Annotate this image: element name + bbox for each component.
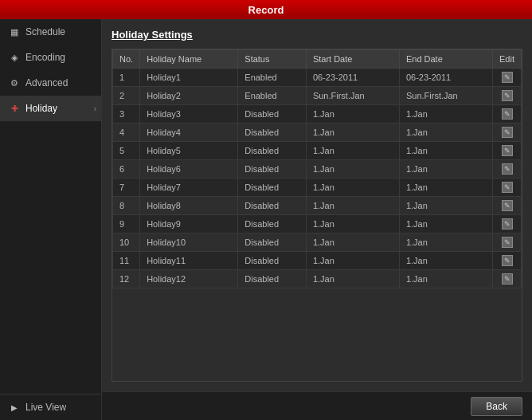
table-row: 9Holiday9Disabled1.Jan1.Jan✎ <box>113 215 522 234</box>
cell-end-date: Sun.First.Jan <box>399 87 492 105</box>
edit-icon[interactable]: ✎ <box>502 145 513 156</box>
cell-edit: ✎ <box>493 270 522 289</box>
cell-name: Holiday9 <box>140 215 238 234</box>
cell-no: 6 <box>113 160 140 179</box>
cell-name: Holiday5 <box>140 142 238 160</box>
cell-no: 12 <box>113 270 140 289</box>
cell-edit: ✎ <box>493 179 522 197</box>
table-row: 11Holiday11Disabled1.Jan1.Jan✎ <box>113 252 522 270</box>
table-row: 7Holiday7Disabled1.Jan1.Jan✎ <box>113 179 522 197</box>
cell-end-date: 1.Jan <box>399 142 492 160</box>
cell-no: 8 <box>113 197 140 215</box>
table-row: 8Holiday8Disabled1.Jan1.Jan✎ <box>113 197 522 215</box>
cell-start-date: 1.Jan <box>306 124 399 142</box>
content-area: Holiday Settings No. Holiday Name Status… <box>102 19 532 391</box>
sidebar-live-view[interactable]: Live View <box>0 394 101 420</box>
table-row: 2Holiday2EnabledSun.First.JanSun.First.J… <box>113 87 522 105</box>
table-body: 1Holiday1Enabled06-23-201106-23-2011✎2Ho… <box>113 69 522 289</box>
live-view-label: Live View <box>25 402 66 413</box>
cell-no: 2 <box>113 87 140 105</box>
cell-status: Disabled <box>238 197 307 215</box>
cell-name: Holiday12 <box>140 270 238 289</box>
cell-end-date: 1.Jan <box>399 179 492 197</box>
table-row: 3Holiday3Disabled1.Jan1.Jan✎ <box>113 105 522 124</box>
cell-name: Holiday10 <box>140 234 238 252</box>
cell-edit: ✎ <box>493 160 522 179</box>
col-end-date: End Date <box>399 50 492 69</box>
cell-no: 11 <box>113 252 140 270</box>
edit-icon[interactable]: ✎ <box>502 237 513 248</box>
table-row: 5Holiday5Disabled1.Jan1.Jan✎ <box>113 142 522 160</box>
col-status: Status <box>238 50 307 69</box>
cell-status: Disabled <box>238 270 307 289</box>
cell-end-date: 1.Jan <box>399 234 492 252</box>
edit-icon[interactable]: ✎ <box>502 108 513 120</box>
cell-edit: ✎ <box>493 124 522 142</box>
page-title: Holiday Settings <box>111 29 522 41</box>
cell-start-date: 1.Jan <box>306 105 399 124</box>
cell-no: 10 <box>113 234 140 252</box>
edit-icon[interactable]: ✎ <box>502 200 513 211</box>
edit-icon[interactable]: ✎ <box>502 255 513 266</box>
sidebar-item-holiday[interactable]: Holiday › <box>0 96 101 121</box>
sidebar-item-advanced[interactable]: Advanced <box>0 70 101 96</box>
cell-start-date: 1.Jan <box>306 252 399 270</box>
cell-status: Disabled <box>238 160 307 179</box>
title-label: Record <box>248 4 284 16</box>
cell-start-date: 1.Jan <box>306 179 399 197</box>
cell-edit: ✎ <box>493 87 522 105</box>
edit-icon[interactable]: ✎ <box>502 218 513 230</box>
cell-name: Holiday1 <box>140 69 238 87</box>
cell-no: 5 <box>113 142 140 160</box>
cell-end-date: 1.Jan <box>399 124 492 142</box>
footer: Back <box>102 391 532 420</box>
col-edit: Edit <box>493 50 522 69</box>
back-button[interactable]: Back <box>471 397 522 416</box>
cell-end-date: 1.Jan <box>399 270 492 289</box>
edit-icon[interactable]: ✎ <box>502 127 513 138</box>
edit-icon[interactable]: ✎ <box>502 273 513 285</box>
holiday-table: No. Holiday Name Status Start Date End D… <box>112 49 522 289</box>
holiday-table-wrapper: No. Holiday Name Status Start Date End D… <box>111 49 522 382</box>
edit-icon[interactable]: ✎ <box>502 90 513 101</box>
sidebar-label-encoding: Encoding <box>25 52 65 63</box>
cell-name: Holiday6 <box>140 160 238 179</box>
sidebar-item-encoding[interactable]: Encoding <box>0 45 101 70</box>
cell-start-date: 06-23-2011 <box>306 69 399 87</box>
schedule-icon <box>8 26 21 38</box>
chevron-right-icon: › <box>94 104 96 113</box>
cell-status: Disabled <box>238 179 307 197</box>
holiday-icon <box>8 102 21 115</box>
cell-no: 1 <box>113 69 140 87</box>
encoding-icon <box>8 51 21 64</box>
edit-icon[interactable]: ✎ <box>502 163 513 175</box>
cell-edit: ✎ <box>493 69 522 87</box>
cell-start-date: 1.Jan <box>306 142 399 160</box>
table-row: 6Holiday6Disabled1.Jan1.Jan✎ <box>113 160 522 179</box>
cell-start-date: 1.Jan <box>306 197 399 215</box>
cell-name: Holiday11 <box>140 252 238 270</box>
cell-name: Holiday2 <box>140 87 238 105</box>
cell-status: Disabled <box>238 142 307 160</box>
cell-name: Holiday8 <box>140 197 238 215</box>
liveview-icon <box>8 401 21 414</box>
sidebar-label-advanced: Advanced <box>25 77 68 88</box>
edit-icon[interactable]: ✎ <box>502 72 513 83</box>
cell-no: 4 <box>113 124 140 142</box>
cell-edit: ✎ <box>493 252 522 270</box>
cell-status: Disabled <box>238 252 307 270</box>
cell-name: Holiday3 <box>140 105 238 124</box>
table-row: 12Holiday12Disabled1.Jan1.Jan✎ <box>113 270 522 289</box>
cell-name: Holiday4 <box>140 124 238 142</box>
sidebar-item-schedule[interactable]: Schedule <box>0 19 101 45</box>
table-scroll[interactable]: No. Holiday Name Status Start Date End D… <box>112 49 522 381</box>
cell-edit: ✎ <box>493 197 522 215</box>
cell-edit: ✎ <box>493 215 522 234</box>
table-row: 4Holiday4Disabled1.Jan1.Jan✎ <box>113 124 522 142</box>
title-bar: Record <box>0 0 532 19</box>
cell-status: Disabled <box>238 234 307 252</box>
cell-status: Disabled <box>238 124 307 142</box>
table-header-row: No. Holiday Name Status Start Date End D… <box>113 50 522 69</box>
cell-no: 7 <box>113 179 140 197</box>
edit-icon[interactable]: ✎ <box>502 182 513 193</box>
